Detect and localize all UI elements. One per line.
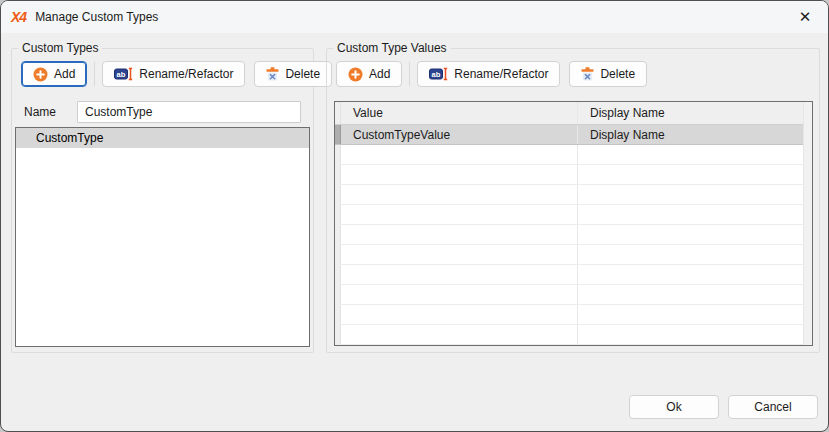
custom-types-list[interactable]: CustomType <box>15 127 310 347</box>
table-row[interactable] <box>335 145 812 165</box>
display-name-cell[interactable] <box>578 265 812 284</box>
value-cell[interactable] <box>341 245 578 264</box>
value-cell[interactable] <box>341 165 578 184</box>
table-row[interactable] <box>335 345 812 346</box>
delete-icon <box>581 67 594 81</box>
row-header[interactable] <box>335 345 341 346</box>
rename-button-label: Rename/Refactor <box>139 67 233 81</box>
display-name-cell[interactable] <box>578 225 812 244</box>
value-cell[interactable] <box>341 145 578 164</box>
custom-type-values-toolbar: Add ab Rename/Refactor Delete <box>336 61 647 87</box>
value-cell[interactable]: CustomTypeValue <box>341 125 578 144</box>
name-row: Name <box>24 101 301 123</box>
delete-button-label: Delete <box>600 67 635 81</box>
display-name-cell[interactable] <box>578 305 812 324</box>
table-row[interactable] <box>335 245 812 265</box>
toolbar-separator <box>409 62 410 86</box>
close-icon[interactable]: ✕ <box>790 3 820 31</box>
display-name-cell[interactable] <box>578 165 812 184</box>
custom-type-values-group-label: Custom Type Values <box>333 40 451 56</box>
display-name-cell[interactable]: Display Name <box>578 125 812 144</box>
add-icon <box>33 67 48 82</box>
value-cell[interactable] <box>341 305 578 324</box>
svg-text:ab: ab <box>117 70 126 79</box>
cancel-button[interactable]: Cancel <box>728 395 818 419</box>
svg-text:ab: ab <box>432 70 441 79</box>
table-row[interactable] <box>335 285 812 305</box>
delete-custom-type-button[interactable]: Delete <box>254 61 332 87</box>
value-cell[interactable] <box>341 285 578 304</box>
table-row[interactable] <box>335 165 812 185</box>
rename-button-label: Rename/Refactor <box>454 67 548 81</box>
display-name-cell[interactable] <box>578 205 812 224</box>
value-cell[interactable] <box>341 185 578 204</box>
custom-type-values-table[interactable]: Value Display Name CustomTypeValueDispla… <box>334 101 813 346</box>
display-name-cell[interactable] <box>578 185 812 204</box>
display-name-cell[interactable] <box>578 285 812 304</box>
window-title: Manage Custom Types <box>35 10 158 24</box>
value-cell[interactable] <box>341 225 578 244</box>
rename-icon: ab <box>429 67 448 81</box>
title-bar: X4 Manage Custom Types ✕ <box>1 1 828 33</box>
value-cell[interactable] <box>341 265 578 284</box>
manage-custom-types-dialog: X4 Manage Custom Types ✕ Custom Types Ad… <box>0 0 829 432</box>
custom-type-values-group: Custom Type Values Add ab Rename/Refacto… <box>326 48 820 353</box>
table-header-row: Value Display Name <box>335 102 812 125</box>
custom-types-group-label: Custom Types <box>18 40 102 56</box>
delete-button-label: Delete <box>285 67 320 81</box>
display-name-cell[interactable] <box>578 345 812 346</box>
vertical-scrollbar-track[interactable] <box>803 102 812 345</box>
rename-custom-type-value-button[interactable]: ab Rename/Refactor <box>417 61 560 87</box>
value-cell[interactable] <box>341 205 578 224</box>
delete-icon <box>266 67 279 81</box>
toolbar-separator <box>94 62 95 86</box>
custom-types-group: Custom Types Add ab Rename/Refactor <box>11 48 314 353</box>
table-row[interactable]: CustomTypeValueDisplay Name <box>335 125 812 145</box>
list-item[interactable]: CustomType <box>16 128 309 148</box>
table-row[interactable] <box>335 205 812 225</box>
rename-icon: ab <box>114 67 133 81</box>
rename-custom-type-button[interactable]: ab Rename/Refactor <box>102 61 245 87</box>
add-custom-type-button[interactable]: Add <box>21 61 87 87</box>
value-cell[interactable] <box>341 325 578 344</box>
column-header-value[interactable]: Value <box>341 102 578 124</box>
table-row[interactable] <box>335 305 812 325</box>
values-table-body: CustomTypeValueDisplay Name <box>335 125 812 346</box>
ok-button[interactable]: Ok <box>629 395 719 419</box>
value-cell[interactable] <box>341 345 578 346</box>
table-row[interactable] <box>335 225 812 245</box>
display-name-cell[interactable] <box>578 325 812 344</box>
table-row[interactable] <box>335 325 812 345</box>
add-custom-type-value-button[interactable]: Add <box>336 61 402 87</box>
add-icon <box>348 67 363 82</box>
name-input[interactable] <box>77 101 301 123</box>
table-row[interactable] <box>335 265 812 285</box>
name-label: Name <box>24 105 77 119</box>
display-name-cell[interactable] <box>578 145 812 164</box>
add-button-label: Add <box>369 67 390 81</box>
table-row[interactable] <box>335 185 812 205</box>
display-name-cell[interactable] <box>578 245 812 264</box>
column-header-display-name[interactable]: Display Name <box>578 102 812 124</box>
add-button-label: Add <box>54 67 75 81</box>
custom-types-toolbar: Add ab Rename/Refactor Delete <box>21 61 332 87</box>
delete-custom-type-value-button[interactable]: Delete <box>569 61 647 87</box>
app-logo-x4: X4 <box>11 9 26 25</box>
